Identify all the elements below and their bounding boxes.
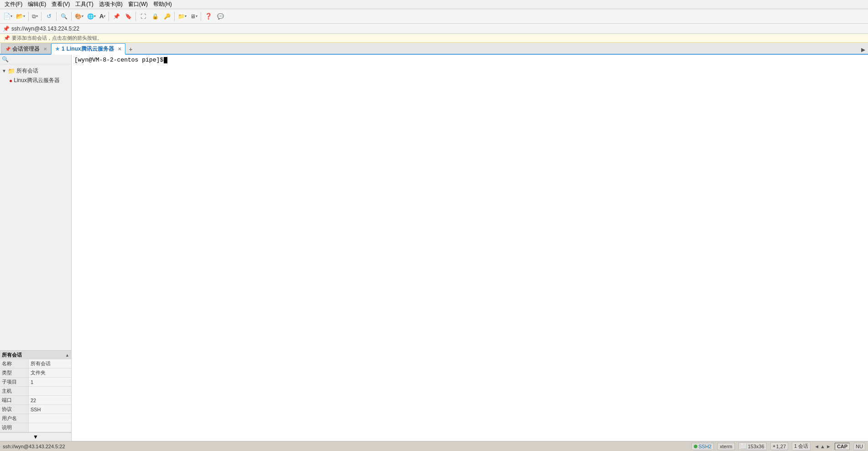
font-icon: A (99, 13, 104, 20)
prop-value-username (28, 414, 71, 423)
reconnect-icon: ↺ (47, 13, 52, 20)
status-nav-arrows: ◄ ▲ ► (814, 444, 831, 449)
lock-icon: 🔒 (152, 13, 159, 20)
status-arrow-right[interactable]: ► (826, 444, 831, 449)
terminal-area[interactable]: [wyn@VM-8-2-centos pipe]$ (72, 55, 868, 441)
tree-server-label: Linux腾讯云服务器 (14, 77, 60, 84)
clone-btn[interactable]: ⧉ ▾ (31, 12, 39, 21)
clone-arrow: ▾ (36, 14, 38, 18)
toolbar: 📄 ▾ 📂 ▾ ⧉ ▾ ↺ 🔍 🎨 ▾ 🌐 ▾ A ▾ 📌 🔖 ⛶ (0, 9, 868, 24)
help-icon: ❓ (205, 13, 212, 20)
tab-manager-label: 会话管理器 (12, 45, 40, 53)
tree-folder-icon: 📁 (8, 67, 15, 74)
tree-server-icon: ● (9, 78, 12, 84)
status-cursor-pos: 1,27 (776, 444, 786, 449)
status-indicator (694, 445, 697, 448)
tab-star-icon: ★ (55, 46, 60, 52)
tab-add-btn[interactable]: + (126, 45, 135, 54)
tree-root-node[interactable]: ▼ 📁 所有会话 (0, 66, 71, 76)
menu-tabs[interactable]: 选项卡(B) (96, 0, 125, 9)
transfer-icon: 📁 (178, 13, 185, 20)
prop-label-desc: 说明 (0, 423, 28, 432)
menu-file[interactable]: 文件(F) (2, 0, 25, 9)
prop-row-children: 子项目 1 (0, 378, 71, 387)
properties-header-arrow: ▲ (65, 353, 69, 358)
scroll-down-icon: ▼ (33, 434, 38, 440)
fullscreen-icon: ⛶ (140, 13, 146, 20)
sep5 (109, 12, 109, 21)
tab-terminal-active[interactable]: ★ 1 Linux腾讯云服务器 ✕ (51, 43, 125, 55)
help-btn[interactable]: ❓ (203, 11, 214, 22)
tab-terminal-close[interactable]: ✕ (118, 47, 121, 52)
status-arrow-up[interactable]: ▲ (820, 444, 825, 449)
properties-table: 名称 所有会话 类型 文件夹 子项目 1 主机 端口 22 (0, 359, 71, 432)
prop-label-username: 用户名 (0, 414, 28, 423)
status-right: SSH2 xterm ⬜ 153x36 ⌖ 1,27 1 会话 ◄ ▲ ► CA… (691, 442, 865, 451)
hint-icon: 📌 (4, 35, 10, 41)
prop-value-children: 1 (28, 378, 71, 387)
monitor-btn[interactable]: 🖥 ▾ (189, 12, 199, 21)
prop-label-host: 主机 (0, 387, 28, 396)
mark-btn[interactable]: 📌 (111, 11, 122, 22)
monitor-arrow: ▾ (196, 14, 198, 18)
new-session-btn[interactable]: 📄 ▾ (2, 12, 14, 21)
tab-pin-icon: 📌 (5, 47, 10, 52)
properties-panel: 所有会话 ▲ 名称 所有会话 类型 文件夹 子项目 1 主机 (0, 350, 71, 441)
reconnect-btn[interactable]: ↺ (43, 11, 54, 22)
menu-window[interactable]: 窗口(W) (125, 0, 151, 9)
menu-help[interactable]: 帮助(H) (151, 0, 175, 9)
color-btn[interactable]: 🎨 ▾ (73, 12, 85, 21)
statusbar: ssh://wyn@43.143.224.5:22 SSH2 xterm ⬜ 1… (0, 441, 868, 451)
prop-row-port: 端口 22 (0, 396, 71, 405)
prop-value-port: 22 (28, 396, 71, 405)
lock-btn[interactable]: 🔒 (150, 11, 161, 22)
bookmark-btn[interactable]: 🔖 (123, 11, 134, 22)
status-cursor-icon: ⌖ (773, 443, 775, 449)
address-icon: 📌 (3, 26, 10, 32)
tab-session-manager[interactable]: 📌 会话管理器 ✕ (1, 43, 51, 54)
clone-icon: ⧉ (32, 13, 36, 20)
transfer-btn[interactable]: 📁 ▾ (177, 12, 188, 21)
sidebar-search-icon: 🔍 (2, 56, 9, 62)
web-btn[interactable]: 🌐 ▾ (86, 12, 97, 21)
fullscreen-btn[interactable]: ⛶ (138, 11, 149, 22)
open-icon: 📂 (16, 13, 23, 20)
status-arrow-left[interactable]: ◄ (814, 444, 819, 449)
prop-row-type: 类型 文件夹 (0, 368, 71, 378)
prop-value-name: 所有会话 (28, 359, 71, 368)
prompt-text: [wyn@VM-8-2-centos pipe]$ (74, 57, 163, 63)
web-arrow: ▾ (94, 14, 96, 18)
prop-row-name: 名称 所有会话 (0, 359, 71, 368)
terminal-content[interactable]: [wyn@VM-8-2-centos pipe]$ (72, 55, 868, 441)
sep6 (135, 12, 136, 21)
tab-manager-close[interactable]: ✕ (43, 47, 47, 52)
font-btn[interactable]: A ▾ (98, 12, 107, 21)
tree-server-node[interactable]: ● Linux腾讯云服务器 (0, 76, 71, 85)
cursor-block (164, 57, 167, 63)
chat-btn[interactable]: 💬 (215, 11, 226, 22)
key-btn[interactable]: 🔑 (161, 11, 172, 22)
open-btn[interactable]: 📂 ▾ (15, 12, 26, 21)
properties-header[interactable]: 所有会话 ▲ (0, 351, 71, 359)
tab-add-icon: + (129, 46, 133, 53)
status-xterm-label: xterm (720, 444, 733, 449)
prop-value-desc (28, 423, 71, 432)
find-btn[interactable]: 🔍 (58, 11, 69, 22)
sidebar-scroll-down[interactable]: ▼ (0, 432, 71, 441)
color-arrow: ▾ (82, 14, 83, 18)
menu-tools[interactable]: 工具(T) (73, 0, 96, 9)
tab-scroll-right[interactable]: ▶ (859, 46, 867, 54)
web-icon: 🌐 (87, 13, 94, 20)
prop-value-type: 文件夹 (28, 368, 71, 378)
menu-edit[interactable]: 编辑(E) (25, 0, 49, 9)
monitor-icon: 🖥 (190, 13, 196, 20)
status-sessions: 1 会话 (794, 443, 808, 450)
prop-label-port: 端口 (0, 396, 28, 405)
sep2 (41, 12, 42, 21)
new-session-icon: 📄 (3, 13, 10, 20)
mark-icon: 📌 (113, 13, 120, 20)
prop-value-protocol: SSH (28, 405, 71, 414)
prop-label-protocol: 协议 (0, 405, 28, 414)
menu-view[interactable]: 查看(V) (49, 0, 73, 9)
status-dimensions-icon: ⬜ (741, 443, 747, 449)
